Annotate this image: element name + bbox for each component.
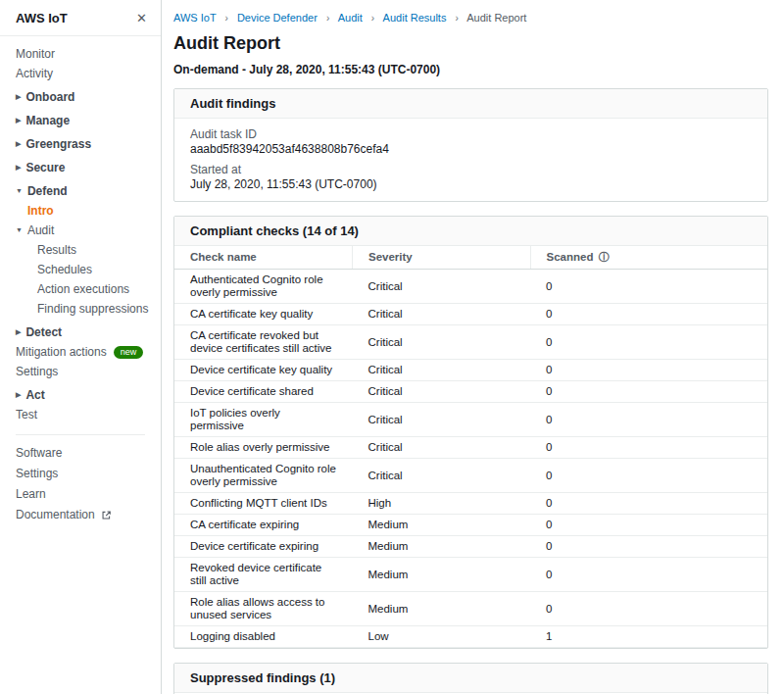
main-content: AWS IoT › Device Defender › Audit › Audi… (162, 0, 784, 694)
severity-cell: Critical (353, 459, 531, 493)
info-icon[interactable]: ⓘ (599, 251, 610, 263)
table-row: Unauthenticated Cognito role overly perm… (174, 459, 767, 493)
compliant-checks-card: Compliant checks (14 of 14) Check name S… (173, 216, 768, 649)
sidebar-item[interactable]: ▶ Secure (0, 158, 161, 177)
breadcrumb-link[interactable]: Audit (338, 12, 363, 24)
column-check-name: Check name (174, 246, 353, 270)
sidebar-item[interactable]: ▶ Onboard (0, 87, 161, 107)
sidebar-item[interactable]: Mitigation actions new (0, 342, 161, 362)
sidebar-item[interactable]: Intro (0, 201, 161, 221)
check-name-cell: Device certificate key quality (174, 360, 353, 381)
column-severity: Severity (353, 246, 531, 270)
sidebar-item[interactable]: Activity (0, 64, 161, 83)
severity-cell: Medium (353, 515, 531, 536)
sidebar-item-label: Settings (16, 467, 58, 481)
check-name-cell: Authenticated Cognito role overly permis… (174, 270, 353, 304)
chevron-icon: ▶ (16, 325, 21, 339)
card-title: Audit findings (190, 96, 275, 111)
sidebar-item-label: Intro (27, 204, 54, 218)
sidebar-item[interactable]: ▶ Greengrass (0, 134, 161, 154)
scanned-cell: 0 (530, 304, 767, 325)
severity-cell: Critical (353, 437, 531, 459)
sidebar-item[interactable]: Test (0, 405, 161, 424)
breadcrumb-segment: Device Defender › (237, 12, 338, 24)
sidebar-item[interactable]: Results (0, 240, 161, 260)
sidebar-item-label: Act (25, 388, 44, 402)
breadcrumb-link[interactable]: Device Defender (237, 12, 318, 24)
sidebar-item-label: Secure (25, 161, 65, 174)
sidebar-item-settings-footer[interactable]: Settings (0, 464, 161, 484)
sidebar: AWS IoT ✕ Monitor Activity ▶ Onboard (0, 0, 162, 694)
sidebar-item[interactable]: ▼ Defend (0, 181, 161, 201)
audit-findings-card: Audit findings Audit task ID aaabd5f8394… (173, 88, 768, 202)
sidebar-item[interactable]: Settings (0, 362, 161, 381)
sidebar-item-documentation[interactable]: Documentation (0, 505, 161, 525)
started-at-value: July 28, 2020, 11:55:43 (UTC-0700) (190, 177, 752, 191)
sidebar-item[interactable]: Finding suppressions (0, 299, 161, 319)
check-name-cell: CA certificate revoked but device certif… (174, 325, 353, 360)
scanned-cell: 0 (530, 381, 767, 403)
chevron-icon: ▶ (16, 114, 21, 127)
check-name-cell: Role alias allows access to unused servi… (174, 592, 353, 626)
sidebar-item[interactable]: ▶ Detect (0, 322, 161, 342)
check-name-cell: Logging disabled (174, 626, 353, 648)
breadcrumb-current: Audit Report (466, 12, 526, 24)
card-title: Suppressed findings (1) (190, 670, 335, 685)
external-link-icon (101, 510, 112, 520)
severity-cell: Critical (353, 304, 531, 325)
sidebar-item-label: Audit (27, 223, 54, 237)
compliant-checks-header: Compliant checks (14 of 14) (174, 217, 767, 246)
sidebar-item-label: Test (16, 408, 37, 421)
sidebar-header: AWS IoT ✕ (0, 0, 161, 36)
sidebar-item[interactable]: Schedules (0, 260, 161, 279)
severity-cell: Critical (353, 270, 531, 304)
sidebar-item-label: Settings (16, 365, 58, 378)
chevron-icon: ▼ (16, 184, 23, 198)
suppressed-findings-card: Suppressed findings (1) ‹ 1 › Check name… (173, 663, 768, 694)
breadcrumb-separator-icon: › (326, 13, 329, 24)
close-icon[interactable]: ✕ (136, 11, 147, 25)
chevron-icon: ▶ (16, 388, 21, 402)
sidebar-item-label: Schedules (37, 263, 92, 276)
check-name-cell: Device certificate expiring (174, 536, 353, 558)
breadcrumb-segment: AWS IoT › (173, 12, 237, 24)
sidebar-item-software[interactable]: Software (0, 443, 161, 464)
severity-cell: Critical (353, 325, 531, 360)
sidebar-item-label: Detect (25, 325, 62, 339)
severity-cell: Critical (353, 403, 531, 437)
table-row: CA certificate revoked but device certif… (174, 325, 767, 360)
severity-cell: Low (353, 626, 531, 648)
sidebar-item[interactable]: Action executions (0, 279, 161, 299)
task-id-label: Audit task ID (190, 127, 752, 141)
check-name-cell: CA certificate key quality (174, 304, 353, 325)
scanned-cell: 0 (530, 437, 767, 459)
breadcrumb-link[interactable]: AWS IoT (173, 12, 216, 24)
scanned-cell: 0 (530, 325, 767, 360)
sidebar-item[interactable]: ▼ Audit (0, 221, 161, 240)
breadcrumb-separator-icon: › (455, 13, 458, 24)
suppressed-findings-header: Suppressed findings (1) (174, 664, 767, 693)
sidebar-item-label: Monitor (16, 47, 55, 61)
chevron-icon: ▶ (16, 161, 21, 174)
breadcrumb-segment: Audit › (338, 12, 383, 24)
chevron-icon: ▶ (16, 90, 21, 104)
scanned-cell: 0 (530, 360, 767, 381)
sidebar-item[interactable]: Monitor (0, 44, 161, 64)
sidebar-item[interactable]: ▶ Manage (0, 111, 161, 130)
sidebar-footer: Software Settings Learn Documentation (0, 443, 161, 525)
sidebar-item-label: Action executions (37, 282, 129, 296)
check-name-cell: CA certificate expiring (174, 515, 353, 536)
sidebar-item[interactable]: ▶ Act (0, 385, 161, 405)
card-title: Compliant checks (14 of 14) (190, 223, 359, 238)
breadcrumb-link[interactable]: Audit Results (383, 12, 447, 24)
sidebar-item-learn[interactable]: Learn (0, 484, 161, 505)
check-name-cell: Role alias overly permissive (174, 437, 353, 459)
scanned-cell: 0 (530, 459, 767, 493)
severity-cell: Medium (353, 592, 531, 626)
check-name-cell: Conflicting MQTT client IDs (174, 493, 353, 515)
table-row: CA certificate key quality Critical 0 (174, 304, 767, 325)
table-row: Role alias allows access to unused servi… (174, 592, 767, 626)
new-badge: new (114, 346, 144, 359)
scanned-cell: 0 (530, 493, 767, 515)
sidebar-item-label: Manage (25, 114, 70, 127)
